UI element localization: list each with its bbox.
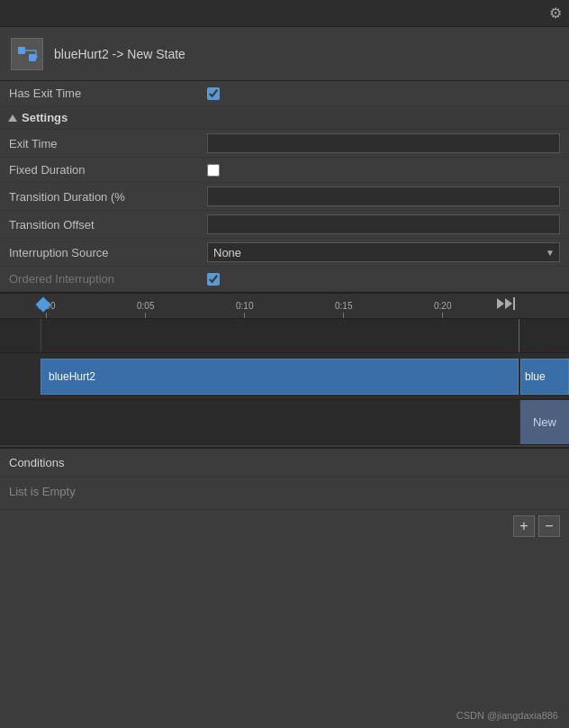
fixed-duration-row: Fixed Duration <box>0 158 569 183</box>
has-exit-time-label: Has Exit Time <box>9 86 207 100</box>
transition-offset-input[interactable]: 0 <box>207 214 560 234</box>
ruler-label-1: 0:05 <box>137 301 154 311</box>
exit-time-label: Exit Time <box>9 137 207 150</box>
track-bar-label-bluehurt2: blueHurt2 <box>49 370 95 383</box>
conditions-title: Conditions <box>9 456 64 469</box>
has-exit-time-row: Has Exit Time <box>0 81 569 106</box>
watermark-text: CSDN @jiangdaxia886 <box>456 710 558 721</box>
settings-section-header[interactable]: Settings <box>0 106 569 130</box>
exit-time-row: Exit Time 1 <box>0 130 569 158</box>
svg-rect-0 <box>18 47 25 54</box>
skip-triangle-icon <box>497 298 504 309</box>
fixed-duration-label: Fixed Duration <box>9 163 207 177</box>
transition-offset-row: Transition Offset 0 <box>0 211 569 239</box>
new-button[interactable]: New <box>519 400 569 444</box>
ruler-marker-2: 0:10 <box>236 301 253 318</box>
empty-list-label: List is Empty <box>9 485 76 498</box>
interruption-source-wrapper: None Current State Next State Current St… <box>207 242 560 262</box>
remove-condition-button[interactable]: − <box>538 515 560 537</box>
ruler-marker-1: 0:05 <box>137 301 154 318</box>
track-row-top <box>0 319 569 353</box>
svg-rect-1 <box>29 54 36 61</box>
track-bar-label-end: blue <box>525 370 546 383</box>
has-exit-time-checkbox[interactable] <box>207 87 220 100</box>
fixed-duration-checkbox-area <box>207 164 220 177</box>
add-condition-button[interactable]: + <box>513 515 535 537</box>
track-bar-bluehurt2-end: blue <box>520 359 569 395</box>
transition-duration-input[interactable]: 0 <box>207 187 560 206</box>
gear-icon[interactable]: ⚙ <box>549 5 562 22</box>
header-title: blueHurt2 -> New State <box>54 47 185 61</box>
ordered-interruption-label: Ordered Interruption <box>9 272 207 286</box>
ruler-marker-4: 0:20 <box>434 301 451 318</box>
conditions-footer: + − <box>0 510 569 542</box>
exit-time-input[interactable]: 1 <box>207 133 560 153</box>
ruler-content: 0:00 0:05 0:10 0:15 0:20 <box>0 294 569 318</box>
ordered-interruption-row: Ordered Interruption <box>0 267 569 292</box>
transition-duration-label: Transition Duration (% <box>9 190 207 204</box>
skip-triangle2-icon <box>505 298 512 309</box>
conditions-section: Conditions List is Empty + − <box>0 447 569 542</box>
interruption-source-select[interactable]: None Current State Next State Current St… <box>207 242 560 262</box>
track-row-new: New <box>0 400 569 445</box>
top-bar: ⚙ <box>0 0 569 27</box>
has-exit-time-checkbox-area <box>207 87 220 100</box>
new-label: New <box>533 415 556 429</box>
conditions-empty: List is Empty <box>0 478 569 510</box>
timeline-ruler: 0:00 0:05 0:10 0:15 0:20 <box>0 294 569 319</box>
ruler-marker-3: 0:15 <box>335 301 352 318</box>
timeline-tracks: blueHurt2 blue New <box>0 319 569 445</box>
timeline-section: 0:00 0:05 0:10 0:15 0:20 <box>0 292 569 445</box>
collapse-triangle-icon <box>8 114 17 122</box>
transition-duration-row: Transition Duration (% 0 <box>0 183 569 211</box>
watermark: CSDN @jiangdaxia886 <box>456 710 558 721</box>
settings-panel: Has Exit Time Settings Exit Time 1 Fixed… <box>0 81 569 292</box>
fixed-duration-checkbox[interactable] <box>207 164 220 177</box>
track-start-line <box>41 319 41 352</box>
interruption-source-label: Interruption Source <box>9 246 207 259</box>
ordered-interruption-checkbox[interactable] <box>207 273 220 286</box>
interruption-source-row: Interruption Source None Current State N… <box>0 239 569 267</box>
settings-title: Settings <box>22 111 68 124</box>
skip-forward-btn[interactable] <box>497 297 515 310</box>
skip-to-end-btn[interactable] <box>497 297 515 310</box>
transition-icon <box>11 38 43 70</box>
header-row: blueHurt2 -> New State <box>0 27 569 81</box>
transition-offset-label: Transition Offset <box>9 218 207 232</box>
ordered-interruption-checkbox-area <box>207 273 220 286</box>
track-end-line <box>519 319 519 352</box>
conditions-header: Conditions <box>0 449 569 478</box>
ruler-label-3: 0:15 <box>335 301 352 311</box>
track-bar-bluehurt2[interactable]: blueHurt2 <box>41 359 519 395</box>
ruler-label-4: 0:20 <box>434 301 451 311</box>
track-row-bluehurt2: blueHurt2 blue <box>0 353 569 400</box>
ruler-label-2: 0:10 <box>236 301 253 311</box>
playhead[interactable] <box>38 299 49 310</box>
skip-line-icon <box>513 297 515 310</box>
